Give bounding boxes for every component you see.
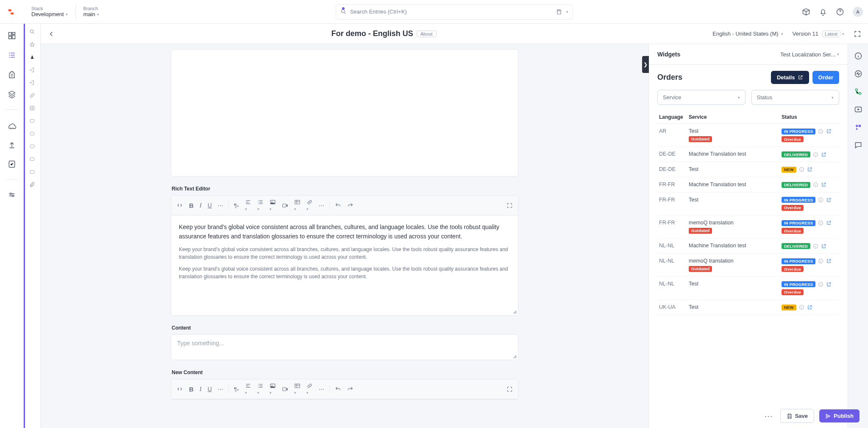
status-filter[interactable]: Status ▾ xyxy=(751,90,840,105)
nav-releases[interactable] xyxy=(5,118,19,132)
save-button[interactable]: Save xyxy=(780,409,814,423)
open-external-icon[interactable] xyxy=(826,197,832,203)
info-icon[interactable] xyxy=(799,305,804,310)
resize-handle[interactable]: ◢ xyxy=(171,309,518,315)
open-external-icon[interactable] xyxy=(826,258,832,264)
widget-selector[interactable]: Test Localization Ser... ▾ xyxy=(780,51,839,58)
branch-selector[interactable]: Branch main▾ xyxy=(76,4,107,19)
table-row[interactable]: FR-FRTestIN PROGRESSOverdue xyxy=(657,192,839,215)
about-chip[interactable]: About xyxy=(417,31,437,37)
image-icon[interactable]: ▾ xyxy=(270,199,276,212)
search-input[interactable] xyxy=(350,8,553,15)
user-avatar[interactable]: A xyxy=(853,7,863,17)
global-search[interactable]: ▾ xyxy=(336,4,573,20)
more-icon[interactable]: ⋯ xyxy=(218,202,223,209)
redo-icon[interactable] xyxy=(347,386,353,392)
open-external-icon[interactable] xyxy=(826,220,832,226)
info-icon[interactable] xyxy=(818,129,823,134)
exit-right-icon[interactable] xyxy=(29,80,35,86)
publish-button[interactable]: Publish xyxy=(819,409,860,422)
back-button[interactable] xyxy=(47,30,55,38)
table-row[interactable]: FR-FRMachine Translation testDELIVERED xyxy=(657,177,839,192)
link-icon[interactable] xyxy=(29,92,35,98)
underline-icon[interactable]: U xyxy=(208,386,212,392)
table-row[interactable]: DE-DETestNEW xyxy=(657,162,839,177)
info-icon[interactable] xyxy=(799,167,804,172)
info-icon[interactable] xyxy=(818,197,823,203)
more-icon[interactable]: ⋯ xyxy=(319,202,324,209)
undo-icon[interactable] xyxy=(335,386,341,392)
table-icon[interactable]: ▾ xyxy=(294,199,300,212)
text-icon[interactable] xyxy=(29,54,35,60)
exit-right-icon[interactable] xyxy=(29,67,35,73)
grid-icon[interactable] xyxy=(29,105,35,111)
table-row[interactable]: NL-NLmemoQ translationOutdatedIN PROGRES… xyxy=(657,254,839,277)
block-icon[interactable] xyxy=(29,143,35,149)
fullscreen-icon[interactable] xyxy=(506,386,513,392)
collapse-widgets-tab[interactable]: ❯ xyxy=(642,56,649,73)
align-icon[interactable]: ▾ xyxy=(245,383,251,395)
align-icon[interactable]: ▾ xyxy=(245,199,251,212)
block-icon[interactable] xyxy=(29,156,35,162)
version-selector[interactable]: Version 11 Latest ▾ xyxy=(793,31,844,37)
paragraph-icon[interactable]: ¶▾ xyxy=(234,386,239,392)
more-icon[interactable]: ⋯ xyxy=(218,386,223,392)
italic-icon[interactable]: I xyxy=(200,202,202,209)
paragraph-icon[interactable]: ¶▾ xyxy=(234,202,239,209)
info-icon[interactable] xyxy=(818,220,823,226)
chevron-down-icon[interactable]: ▾ xyxy=(566,10,568,14)
open-external-icon[interactable] xyxy=(807,305,812,310)
more-icon[interactable]: ⋯ xyxy=(319,386,324,392)
code-icon[interactable] xyxy=(176,386,183,392)
locale-selector[interactable]: English - United States (M) ▾ xyxy=(712,31,783,37)
nav-publish[interactable] xyxy=(5,138,19,151)
attachment-icon[interactable] xyxy=(29,182,35,187)
widgets-icon[interactable] xyxy=(854,123,862,131)
help-icon[interactable] xyxy=(836,8,844,16)
info-icon[interactable] xyxy=(813,243,818,249)
open-external-icon[interactable] xyxy=(821,243,826,249)
table-row[interactable]: UK-UATestNEW xyxy=(657,299,839,315)
details-button[interactable]: Details xyxy=(771,71,809,84)
table-row[interactable]: DE-DEMachine Translation testDELIVERED xyxy=(657,147,839,162)
italic-icon[interactable]: I xyxy=(200,386,202,393)
nav-entries[interactable] xyxy=(5,48,19,62)
search-icon[interactable] xyxy=(29,29,35,35)
service-filter[interactable]: Service ▾ xyxy=(657,90,746,105)
nav-assets[interactable] xyxy=(5,87,19,101)
comments-icon[interactable] xyxy=(854,141,862,149)
resize-handle[interactable]: ◢ xyxy=(171,353,518,360)
activity-icon[interactable] xyxy=(854,70,862,78)
code-icon[interactable] xyxy=(176,202,183,209)
order-button[interactable]: Order xyxy=(812,71,839,84)
underline-icon[interactable]: U xyxy=(208,202,212,209)
content-input[interactable]: Type something... xyxy=(171,335,518,353)
rte-editor[interactable]: Keep your brand's global voice consisten… xyxy=(171,215,518,309)
nav-settings[interactable] xyxy=(5,188,19,202)
embed-icon[interactable]: ▾ xyxy=(306,199,313,212)
info-icon[interactable] xyxy=(813,182,818,187)
table-icon[interactable]: ▾ xyxy=(294,383,300,395)
list-icon[interactable]: ▾ xyxy=(257,199,264,212)
nav-content-types[interactable] xyxy=(5,68,19,81)
bold-icon[interactable]: B xyxy=(189,386,194,393)
save-search-icon[interactable] xyxy=(556,9,562,15)
bell-icon[interactable] xyxy=(819,8,827,16)
info-icon[interactable] xyxy=(854,52,862,60)
info-icon[interactable] xyxy=(818,258,823,264)
embed-icon[interactable]: ▾ xyxy=(306,383,313,395)
open-external-icon[interactable] xyxy=(821,182,826,187)
open-external-icon[interactable] xyxy=(826,129,832,134)
open-external-icon[interactable] xyxy=(821,152,826,157)
block-icon[interactable] xyxy=(29,118,35,124)
table-row[interactable]: ARTestOutdatedIN PROGRESSOverdue xyxy=(657,124,839,147)
box-icon[interactable] xyxy=(802,8,810,16)
table-row[interactable]: FR-FRmemoQ translationOutdatedIN PROGRES… xyxy=(657,215,839,238)
more-actions[interactable]: ⋯ xyxy=(762,411,775,421)
block-icon[interactable] xyxy=(29,131,35,137)
open-external-icon[interactable] xyxy=(807,167,812,172)
compare-icon[interactable] xyxy=(854,87,862,96)
image-icon[interactable]: ▾ xyxy=(270,383,276,395)
list-icon[interactable]: ▾ xyxy=(257,383,264,395)
nav-dashboard[interactable] xyxy=(5,29,19,42)
